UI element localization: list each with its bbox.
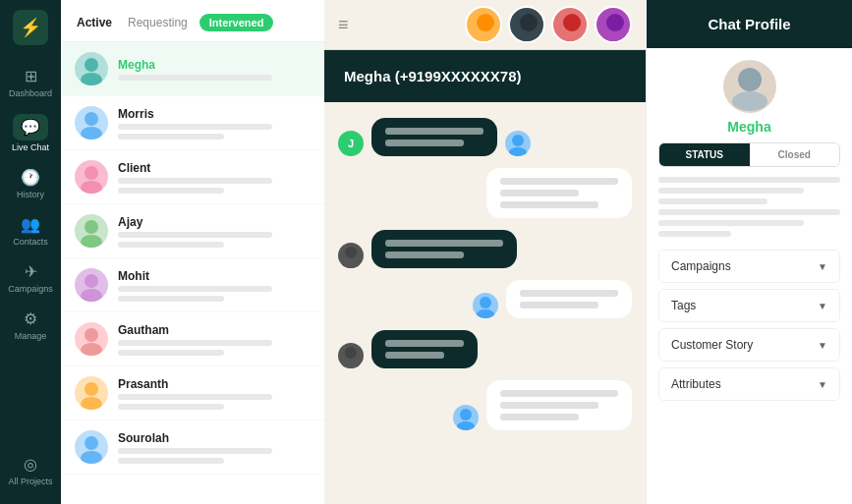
profile-line	[658, 231, 731, 237]
contact-name: Ajay	[118, 215, 311, 229]
svg-point-29	[477, 309, 494, 318]
msg-line	[500, 201, 598, 208]
sidebar-item-live-chat[interactable]: 💬 Live Chat	[0, 106, 61, 160]
list-item[interactable]: Gautham	[61, 312, 324, 366]
sidebar-item-manage[interactable]: ⚙ Manage	[0, 302, 61, 349]
svg-point-11	[81, 343, 102, 356]
chat-preview-short	[118, 350, 224, 356]
sidebar-label-all-projects: All Projects	[8, 476, 52, 486]
svg-point-21	[559, 31, 585, 43]
svg-point-17	[473, 31, 498, 43]
avatar	[75, 268, 108, 302]
accordion-header-attributes[interactable]: Attributes ▼	[659, 368, 839, 400]
campaigns-icon: ✈	[25, 262, 37, 281]
chat-preview	[118, 394, 272, 400]
list-item[interactable]: Mohit	[61, 258, 324, 312]
message-row: J	[338, 118, 632, 156]
msg-avatar	[338, 243, 364, 268]
chat-info: Mohit	[118, 269, 311, 302]
chat-info: Client	[118, 161, 311, 194]
contacts-icon: 👥	[21, 215, 40, 234]
profile-lines	[658, 177, 840, 242]
sidebar-label-live-chat: Live Chat	[12, 142, 49, 152]
avatar	[75, 106, 108, 140]
status-button-active[interactable]: STATUS	[659, 143, 750, 166]
sidebar: ⚡ ⊞ Dashboard 💬 Live Chat 🕐 History 👥 Co…	[0, 0, 61, 504]
list-item[interactable]: Morris	[61, 96, 324, 150]
sidebar-item-history[interactable]: 🕐 History	[0, 160, 61, 207]
accordion-header-tags[interactable]: Tags ▼	[659, 290, 839, 321]
sidebar-item-campaigns[interactable]: ✈ Campaigns	[0, 254, 61, 302]
svg-point-4	[85, 166, 98, 180]
chat-preview-short	[118, 296, 224, 302]
msg-avatar-right	[473, 293, 498, 318]
avatar	[75, 376, 108, 410]
accordion-header-campaigns[interactable]: Campaigns ▼	[659, 251, 839, 282]
profile-line	[658, 177, 840, 183]
sidebar-item-dashboard[interactable]: ⊞ Dashboard	[0, 59, 61, 106]
accordion-campaigns: Campaigns ▼	[658, 250, 840, 283]
msg-line	[385, 240, 503, 247]
message-bubble-received	[506, 280, 632, 318]
chat-preview	[118, 448, 272, 454]
list-item[interactable]: Sourolah	[61, 420, 324, 475]
status-button-closed[interactable]: Closed	[750, 143, 840, 166]
profile-name: Megha	[727, 119, 770, 135]
profile-line	[658, 198, 767, 204]
logo-icon: ⚡	[20, 17, 41, 38]
svg-point-9	[81, 289, 102, 302]
svg-point-35	[732, 91, 767, 111]
message-bubble-received	[486, 168, 632, 218]
tab-requesting[interactable]: Requesting	[124, 14, 192, 31]
message-row	[338, 168, 632, 218]
svg-point-15	[81, 451, 102, 464]
profile-line	[658, 209, 840, 215]
tab-active[interactable]: Active	[73, 14, 116, 31]
msg-avatar-right	[453, 405, 479, 430]
message-row	[338, 330, 632, 368]
svg-point-30	[345, 347, 357, 359]
msg-avatar	[338, 343, 364, 368]
profile-content: Megha STATUS Closed Campaigns ▼ Tags ▼	[647, 48, 852, 504]
chat-preview-short	[118, 458, 224, 464]
avatar	[75, 214, 108, 248]
accordion-attributes: Attributes ▼	[658, 367, 840, 401]
chat-info: Ajay	[118, 215, 311, 248]
msg-line	[500, 402, 598, 409]
svg-point-20	[563, 14, 581, 31]
chat-main: ≡ Megha (+9199XXXXXX78) J	[324, 0, 646, 504]
list-item[interactable]: Client	[61, 150, 324, 204]
sidebar-label-contacts: Contacts	[13, 237, 48, 247]
list-item[interactable]: Megha	[61, 42, 324, 96]
sidebar-item-all-projects[interactable]: ◎ All Projects	[0, 447, 61, 494]
msg-line	[385, 252, 464, 258]
list-item[interactable]: Prasanth	[61, 366, 324, 420]
livechat-icon: 💬	[21, 119, 40, 136]
top-avatar	[465, 6, 502, 43]
message-row	[338, 280, 632, 318]
chat-messages: J	[324, 102, 646, 504]
accordion-header-customer-story[interactable]: Customer Story ▼	[659, 329, 839, 361]
hamburger-menu[interactable]: ≡	[338, 15, 349, 35]
chat-info: Gautham	[118, 323, 311, 356]
profile-line	[658, 188, 804, 194]
svg-point-33	[457, 421, 475, 430]
sidebar-item-contacts[interactable]: 👥 Contacts	[0, 207, 61, 254]
msg-line	[500, 414, 579, 420]
contact-name: Mohit	[118, 269, 311, 283]
top-avatar	[508, 6, 545, 43]
chat-preview-short	[118, 404, 224, 410]
avatar	[75, 430, 108, 464]
tab-intervened-badge[interactable]: Intervened	[199, 14, 274, 31]
svg-point-27	[342, 259, 360, 268]
avatar	[75, 160, 108, 194]
svg-point-2	[85, 112, 98, 126]
accordion-label-tags: Tags	[671, 299, 696, 312]
chevron-down-icon: ▼	[818, 340, 827, 351]
svg-point-16	[477, 14, 494, 31]
top-avatar	[551, 6, 589, 43]
contact-name: Gautham	[118, 323, 311, 337]
message-bubble-received	[486, 380, 632, 430]
chat-info: Sourolah	[118, 431, 311, 464]
list-item[interactable]: Ajay	[61, 204, 324, 258]
